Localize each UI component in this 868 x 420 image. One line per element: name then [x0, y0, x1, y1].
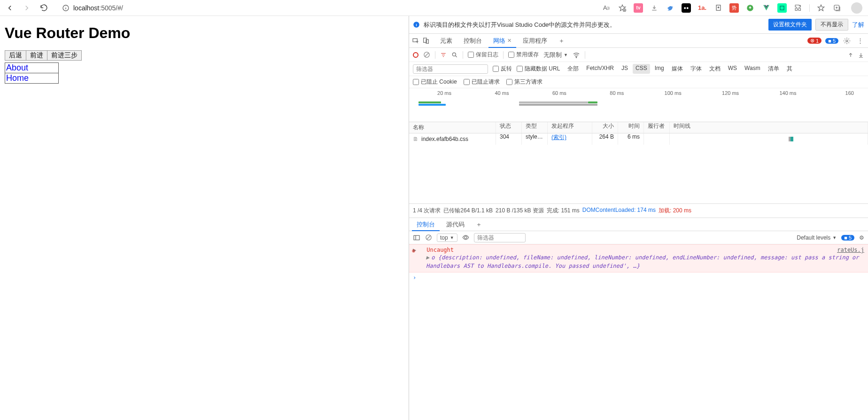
nav-back-button[interactable]: [3, 1, 17, 15]
network-timeline[interactable]: 20 ms 40 ms 60 ms 80 ms 100 ms 120 ms 14…: [409, 88, 868, 122]
info-count-badge[interactable]: ■ 5: [825, 38, 838, 44]
close-icon[interactable]: ✕: [507, 38, 512, 44]
nav-refresh-button[interactable]: [37, 1, 51, 15]
col-size[interactable]: 大小: [592, 122, 618, 133]
context-select[interactable]: top▼: [437, 233, 457, 242]
error-source-link[interactable]: rateUs.j: [837, 247, 864, 253]
bookmark-ext-icon[interactable]: [713, 3, 723, 13]
search-icon[interactable]: [451, 52, 458, 58]
disable-cache-checkbox[interactable]: 禁用缓存: [508, 51, 539, 59]
col-fulfilled[interactable]: 履行者: [644, 122, 670, 133]
col-type[interactable]: 类型: [522, 122, 548, 133]
type-manifest[interactable]: 清单: [765, 64, 782, 74]
window-ext-icon[interactable]: [777, 3, 787, 13]
profile-avatar[interactable]: [851, 2, 862, 14]
type-wasm[interactable]: Wasm: [742, 64, 763, 74]
drawer-tab-sources[interactable]: 源代码: [442, 218, 469, 231]
bird-ext-icon[interactable]: [666, 3, 675, 13]
hide-dataurl-checkbox[interactable]: 隐藏数据 URL: [517, 65, 560, 73]
console-prompt[interactable]: ›: [409, 272, 868, 283]
wifi-icon[interactable]: [573, 51, 580, 59]
back-button[interactable]: 后退: [5, 50, 26, 61]
console-error-row[interactable]: ⊗ ▶Uncaught rateUs.j ▶o {description: un…: [409, 244, 868, 272]
type-all[interactable]: 全部: [565, 64, 581, 74]
filter-toggle-icon[interactable]: [440, 52, 447, 58]
favorite-icon[interactable]: [618, 3, 627, 13]
device-icon[interactable]: [422, 37, 430, 45]
clear-button[interactable]: [423, 51, 430, 58]
col-name[interactable]: 名称: [409, 122, 496, 133]
network-table-body[interactable]: 🗎index.efafb64b.css 304 stylesh... (索引) …: [409, 133, 868, 204]
about-link[interactable]: About: [5, 63, 58, 73]
network-filter-input[interactable]: [413, 64, 488, 74]
issues-badge[interactable]: ■ 5: [841, 235, 854, 241]
home-link[interactable]: Home: [5, 73, 58, 83]
error-count-badge[interactable]: ⊗ 1: [807, 38, 822, 44]
type-media[interactable]: 媒体: [669, 64, 686, 74]
read-aloud-icon[interactable]: A)): [602, 3, 611, 13]
throttling-select[interactable]: 无限制 ▼: [543, 51, 568, 59]
forward3-button[interactable]: 前进三步: [47, 50, 82, 61]
address-bar[interactable]: localhost:5005/#/: [58, 1, 591, 15]
tab-application[interactable]: 应用程序: [518, 34, 552, 47]
col-initiator[interactable]: 发起程序: [548, 122, 592, 133]
record-button[interactable]: [413, 52, 418, 58]
preserve-log-checkbox[interactable]: 保留日志: [468, 51, 498, 59]
inspect-icon[interactable]: [412, 37, 419, 45]
tomato-ext-icon[interactable]: 1a.: [698, 3, 707, 13]
type-font[interactable]: 字体: [688, 64, 705, 74]
vue-ext-icon[interactable]: [761, 3, 771, 13]
svg-point-12: [452, 53, 456, 56]
nav-forward-button[interactable]: [20, 1, 34, 15]
tab-console[interactable]: 控制台: [459, 34, 487, 47]
blocked-cookies-checkbox[interactable]: 已阻止 Cookie: [413, 78, 457, 86]
drawer-tab-more[interactable]: ＋: [471, 218, 487, 231]
type-other[interactable]: 其: [784, 64, 795, 74]
download-ext-icon[interactable]: [650, 3, 659, 13]
idm-ext-icon[interactable]: [745, 3, 755, 13]
tab-network[interactable]: 网络✕: [488, 34, 516, 47]
type-ws[interactable]: WS: [725, 64, 740, 74]
add-tab-icon[interactable]: [832, 3, 842, 13]
svg-point-13: [576, 57, 576, 57]
blocked-requests-checkbox[interactable]: 已阻止请求: [464, 78, 500, 86]
console-body[interactable]: ⊗ ▶Uncaught rateUs.j ▶o {description: un…: [409, 244, 868, 420]
type-doc[interactable]: 文档: [706, 64, 723, 74]
bilibili-ext-icon[interactable]: tv: [634, 3, 643, 13]
log-levels-select[interactable]: Default levels ▼: [797, 234, 837, 241]
invert-checkbox[interactable]: 反转: [493, 65, 512, 73]
col-time[interactable]: 时间: [618, 122, 644, 133]
site-info-icon[interactable]: [62, 4, 70, 12]
type-img[interactable]: Img: [652, 64, 667, 74]
status-transferred: 已传输264 B/1.1 kB: [443, 207, 493, 215]
table-row[interactable]: 🗎index.efafb64b.css 304 stylesh... (索引) …: [409, 133, 868, 145]
tab-more[interactable]: ＋: [554, 34, 569, 47]
extensions-puzzle-icon[interactable]: [793, 3, 803, 13]
upload-har-icon[interactable]: [847, 52, 854, 58]
type-js[interactable]: JS: [619, 64, 631, 74]
dont-show-button[interactable]: 不再显示: [815, 19, 848, 31]
black-ext-icon[interactable]: ●●: [682, 3, 691, 13]
tab-elements[interactable]: 元素: [435, 34, 457, 47]
console-sidebar-icon[interactable]: [413, 234, 420, 241]
row-initiator-link[interactable]: (索引): [551, 134, 566, 140]
live-expr-icon[interactable]: [462, 234, 469, 241]
console-settings-icon[interactable]: ⚙: [859, 234, 864, 241]
expand-caret-icon[interactable]: ▶: [426, 254, 429, 261]
collections-icon[interactable]: [816, 3, 826, 13]
learn-more-link[interactable]: 了解: [852, 21, 864, 29]
col-status[interactable]: 状态: [496, 122, 522, 133]
thirdparty-checkbox[interactable]: 第三方请求: [506, 78, 542, 86]
red-ext-icon[interactable]: 势: [729, 3, 739, 13]
console-filter-input[interactable]: [474, 233, 526, 242]
col-waterfall[interactable]: 时间线: [670, 122, 868, 133]
type-css[interactable]: CSS: [633, 64, 650, 74]
type-fetchxhr[interactable]: Fetch/XHR: [583, 64, 617, 74]
console-clear-icon[interactable]: [425, 234, 432, 241]
drawer-tab-console[interactable]: 控制台: [412, 218, 440, 231]
download-har-icon[interactable]: [858, 52, 864, 58]
set-root-folder-button[interactable]: 设置根文件夹: [768, 19, 812, 31]
settings-gear-icon[interactable]: [843, 37, 851, 45]
more-icon[interactable]: ⋮: [855, 37, 865, 44]
forward-button[interactable]: 前进: [26, 50, 47, 61]
